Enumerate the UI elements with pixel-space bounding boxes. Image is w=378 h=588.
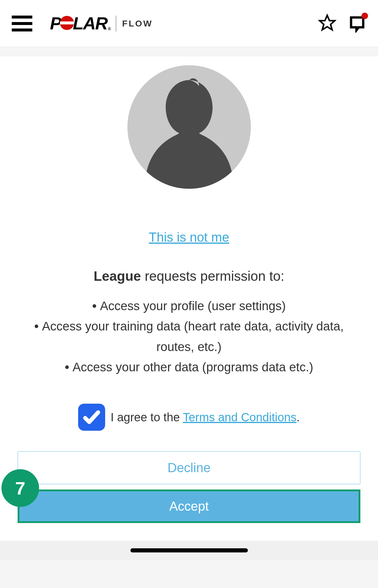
user-avatar: [127, 65, 251, 189]
terms-link[interactable]: Terms and Conditions: [183, 411, 297, 424]
requesting-app-name: League: [94, 268, 141, 284]
brand-logo[interactable]: PLAR® FLOW: [50, 13, 318, 34]
not-me-link[interactable]: This is not me: [149, 230, 229, 245]
svg-marker-0: [320, 15, 335, 30]
button-row: Decline Accept 7: [18, 451, 360, 523]
notification-dot-icon: [362, 13, 368, 19]
spacer: [0, 47, 378, 56]
permission-item: Access your other data (programs data et…: [21, 357, 357, 377]
accept-button[interactable]: Accept: [18, 490, 360, 523]
permission-panel: This is not me League requests permissio…: [0, 56, 378, 541]
home-indicator-icon[interactable]: [130, 548, 248, 552]
checkmark-icon: [82, 407, 101, 427]
decline-button[interactable]: Decline: [18, 451, 360, 484]
agree-suffix: .: [296, 411, 300, 424]
notifications-icon[interactable]: [348, 14, 366, 33]
avatar-placeholder-icon: [127, 65, 251, 189]
permission-title: League requests permission to:: [18, 268, 360, 284]
permission-title-suffix: requests permission to:: [141, 268, 284, 284]
agree-text: I agree to the Terms and Conditions.: [110, 411, 300, 424]
divider-icon: [116, 16, 116, 31]
flow-label: FLOW: [122, 19, 153, 29]
step-badge: 7: [1, 469, 39, 507]
agree-checkbox[interactable]: [78, 404, 105, 431]
agree-prefix: I agree to the: [110, 411, 183, 424]
footer-bar: [0, 541, 378, 560]
permission-list: Access your profile (user settings) Acce…: [18, 296, 360, 377]
app-header: PLAR® FLOW: [0, 0, 378, 47]
hamburger-menu-icon[interactable]: [12, 16, 32, 31]
polar-wordmark: PLAR®: [50, 13, 110, 34]
favorites-star-icon[interactable]: [318, 14, 336, 33]
permission-item: Access your training data (heart rate da…: [21, 316, 357, 357]
permission-item: Access your profile (user settings): [21, 296, 357, 316]
terms-row: I agree to the Terms and Conditions.: [18, 404, 360, 431]
